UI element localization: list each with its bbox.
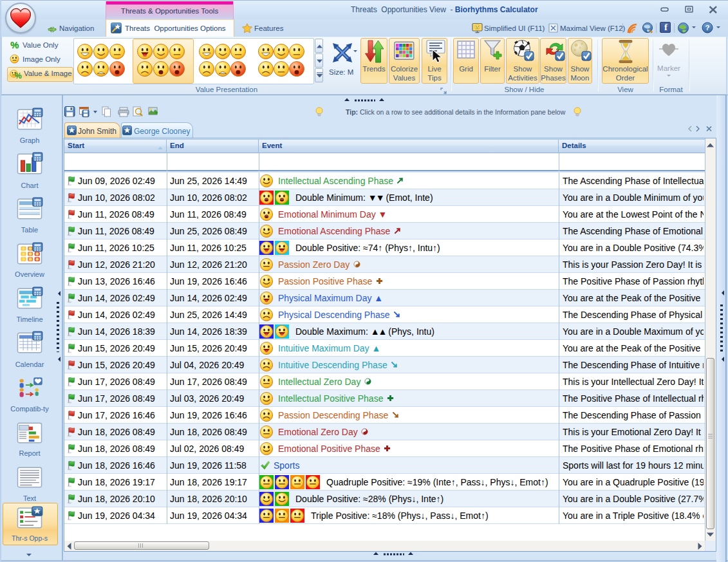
svg-text:?: ? <box>705 24 709 32</box>
